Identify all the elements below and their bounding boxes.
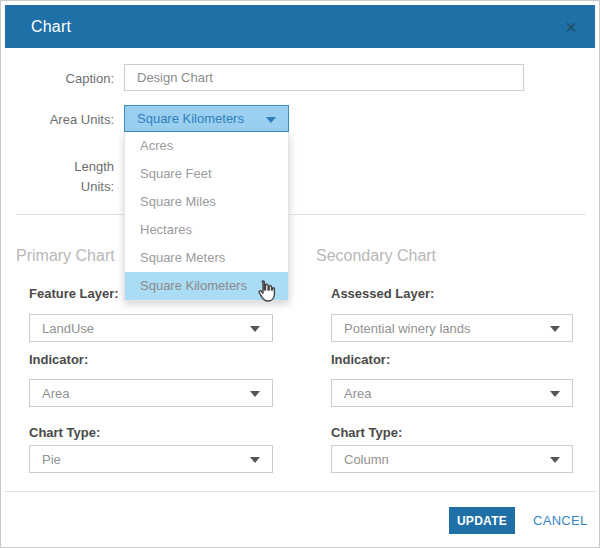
dropdown-option-square-feet[interactable]: Square Feet bbox=[125, 160, 288, 188]
area-units-select[interactable]: Square Kilometers bbox=[124, 105, 289, 132]
chevron-down-icon bbox=[550, 457, 560, 463]
assessed-layer-select[interactable]: Potential winery lands bbox=[331, 314, 573, 342]
chevron-down-icon bbox=[550, 326, 560, 332]
secondary-chart-type-label: Chart Type: bbox=[331, 425, 402, 440]
hand-cursor-icon bbox=[253, 279, 277, 303]
chevron-down-icon bbox=[250, 326, 260, 332]
footer-divider bbox=[5, 491, 597, 492]
secondary-chart-type-value: Column bbox=[344, 452, 389, 467]
area-units-selected-value: Square Kilometers bbox=[137, 111, 244, 126]
update-button[interactable]: UPDATE bbox=[449, 507, 515, 534]
primary-chart-type-value: Pie bbox=[42, 452, 61, 467]
caption-input[interactable] bbox=[124, 64, 524, 91]
secondary-indicator-value: Area bbox=[344, 386, 371, 401]
close-icon[interactable]: × bbox=[561, 5, 581, 48]
secondary-chart-type-select[interactable]: Column bbox=[331, 445, 573, 473]
length-units-label-line2: Units: bbox=[1, 177, 114, 197]
dialog-title: Chart bbox=[31, 18, 71, 36]
dropdown-option-square-meters[interactable]: Square Meters bbox=[125, 244, 288, 272]
caption-label: Caption: bbox=[1, 71, 114, 86]
primary-indicator-select[interactable]: Area bbox=[29, 379, 273, 407]
secondary-indicator-label: Indicator: bbox=[331, 352, 390, 367]
dropdown-option-square-miles[interactable]: Square Miles bbox=[125, 188, 288, 216]
feature-layer-value: LandUse bbox=[42, 321, 94, 336]
secondary-indicator-select[interactable]: Area bbox=[331, 379, 573, 407]
dropdown-option-acres[interactable]: Acres bbox=[125, 132, 288, 160]
primary-chart-type-label: Chart Type: bbox=[29, 425, 100, 440]
area-units-label: Area Units: bbox=[1, 112, 114, 127]
dialog-titlebar: Chart × bbox=[5, 5, 595, 48]
chevron-down-icon bbox=[250, 457, 260, 463]
cancel-button[interactable]: CANCEL bbox=[527, 507, 594, 534]
area-units-dropdown-list: Acres Square Feet Square Miles Hectares … bbox=[124, 132, 289, 301]
secondary-chart-heading: Secondary Chart bbox=[316, 247, 436, 265]
assessed-layer-value: Potential winery lands bbox=[344, 321, 470, 336]
primary-indicator-value: Area bbox=[42, 386, 69, 401]
feature-layer-select[interactable]: LandUse bbox=[29, 314, 273, 342]
chart-dialog: Chart × Caption: Area Units: Square Kilo… bbox=[0, 0, 600, 548]
primary-chart-type-select[interactable]: Pie bbox=[29, 445, 273, 473]
feature-layer-label: Feature Layer: bbox=[29, 286, 119, 301]
section-divider bbox=[16, 214, 586, 215]
chevron-down-icon bbox=[266, 117, 276, 123]
length-units-label-line1: Length bbox=[1, 157, 114, 177]
dropdown-option-hectares[interactable]: Hectares bbox=[125, 216, 288, 244]
chevron-down-icon bbox=[250, 391, 260, 397]
primary-chart-heading: Primary Chart bbox=[16, 247, 115, 265]
length-units-label: Length Units: bbox=[1, 157, 114, 197]
chevron-down-icon bbox=[550, 391, 560, 397]
assessed-layer-label: Assessed Layer: bbox=[331, 286, 434, 301]
primary-indicator-label: Indicator: bbox=[29, 352, 88, 367]
